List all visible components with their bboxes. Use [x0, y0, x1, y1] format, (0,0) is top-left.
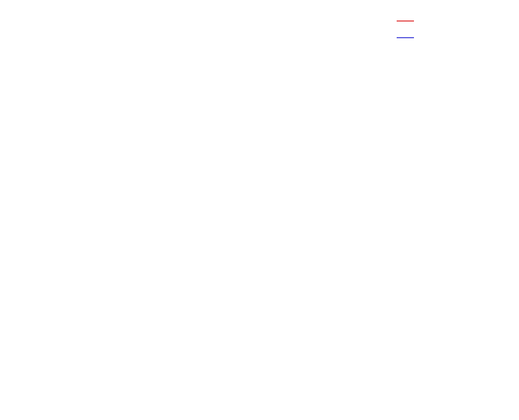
meteogram-figure [0, 0, 519, 420]
series-legend [397, 21, 414, 38]
meteogram-canvas [0, 0, 519, 420]
